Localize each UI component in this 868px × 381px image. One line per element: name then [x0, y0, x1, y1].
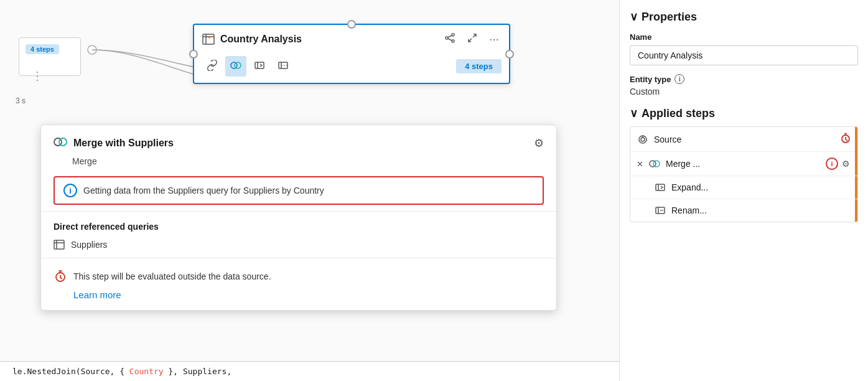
node-toolbar: 4 steps — [194, 54, 509, 83]
entity-type-info-icon: i — [674, 74, 684, 84]
rename-step-label: Renam... — [671, 205, 851, 215]
popup-info-row: i Getting data from the Suppliers query … — [54, 176, 544, 205]
popup-card: Merge with Suppliers ⚙ Merge i Getting d… — [40, 125, 557, 311]
popup-title: Merge with Suppliers — [73, 138, 528, 149]
source-step-label: Source — [654, 134, 835, 144]
popup-ref-item-label: Suppliers — [71, 240, 107, 250]
right-panel: ∨ Properties Name Country Analysis Entit… — [619, 0, 868, 381]
merge-step-actions: i ⚙ — [826, 158, 851, 170]
share-button[interactable] — [442, 31, 458, 47]
svg-point-30 — [641, 138, 645, 141]
svg-point-0 — [88, 45, 96, 54]
merge-info-icon[interactable]: i — [826, 158, 838, 170]
prev-node-step-count: 3 s — [16, 96, 26, 105]
expand-button[interactable] — [464, 31, 480, 47]
popup-header: Merge with Suppliers ⚙ — [41, 125, 556, 156]
step-row-rename: Renam... — [630, 199, 857, 222]
svg-rect-1 — [203, 34, 214, 44]
source-step-actions — [840, 133, 851, 146]
svg-point-7 — [452, 40, 454, 42]
more-options-button[interactable]: ⋯ — [487, 32, 502, 47]
svg-point-20 — [59, 138, 67, 146]
applied-steps-title: ∨ Applied steps — [630, 106, 858, 120]
popup-warning-icon — [54, 270, 67, 283]
popup-gear-button[interactable]: ⚙ — [534, 136, 544, 150]
merge-step-icon — [648, 158, 661, 169]
entity-type-label-text: Entity type — [630, 75, 671, 84]
properties-chevron: ∨ — [630, 10, 638, 24]
node-steps-badge: 4 steps — [456, 59, 502, 73]
node-header: Country Analysis — [194, 25, 509, 54]
svg-point-38 — [653, 161, 660, 167]
svg-rect-21 — [54, 240, 64, 249]
svg-marker-4 — [208, 35, 211, 40]
svg-line-8 — [448, 35, 452, 37]
merge-orange-bar — [855, 152, 857, 176]
step-row-merge: ✕ Merge ... i ⚙ — [630, 152, 857, 176]
expand-step-icon — [654, 182, 666, 193]
applied-steps-chevron: ∨ — [630, 106, 638, 120]
popup-subtitle: Merge — [41, 156, 556, 172]
code-highlight: Country — [124, 367, 168, 376]
merge-x-icon[interactable]: ✕ — [637, 159, 643, 169]
properties-title-label: Properties — [642, 11, 697, 24]
svg-point-6 — [446, 37, 448, 39]
merge-gear-button[interactable]: ⚙ — [841, 158, 851, 170]
name-value-box: Country Analysis — [630, 45, 858, 65]
prev-node-dots: ⋮ — [32, 69, 43, 83]
svg-point-5 — [452, 34, 454, 36]
step-row-expand: Expand... — [630, 176, 857, 199]
svg-line-34 — [846, 139, 847, 141]
rename-orange-bar — [855, 199, 857, 222]
code-suffix: }, Suppliers, — [168, 367, 231, 376]
prev-node-steps-badge: 4 steps — [26, 44, 59, 54]
rename-step-icon — [654, 205, 666, 216]
applied-steps-label: Applied steps — [642, 107, 715, 120]
svg-line-26 — [60, 278, 62, 279]
prev-node: 4 steps ⋮ — [19, 37, 81, 76]
popup-warning-row: This step will be evaluated outside the … — [41, 262, 556, 287]
popup-warning-text: This step will be evaluated outside the … — [73, 271, 271, 281]
suppliers-table-icon — [54, 239, 65, 250]
expand-step-label: Expand... — [671, 182, 851, 192]
source-step-icon — [637, 134, 649, 145]
canvas-area: 4 steps ⋮ 3 s Country Analysis — [0, 0, 619, 381]
svg-point-13 — [235, 62, 241, 68]
step-row-source: Source — [630, 127, 857, 152]
properties-title: ∨ Properties — [630, 10, 858, 24]
connector-dot-right — [505, 50, 514, 59]
connector-dot-left — [189, 50, 198, 59]
svg-point-27 — [60, 271, 62, 273]
entity-type-value: Custom — [630, 87, 858, 96]
popup-info-icon: i — [63, 184, 77, 197]
entity-type-label: Entity type i — [630, 74, 858, 84]
node-title: Country Analysis — [220, 34, 437, 45]
name-label: Name — [630, 32, 858, 42]
popup-section-title: Direct referenced queries — [41, 215, 556, 235]
svg-point-35 — [845, 134, 846, 135]
toolbar-link-button[interactable] — [202, 56, 223, 77]
svg-line-9 — [448, 39, 452, 40]
popup-divider-2 — [41, 258, 556, 258]
node-connector-top — [347, 20, 356, 29]
learn-more-link[interactable]: Learn more — [41, 287, 556, 310]
code-snippet: le.NestedJoin(Source, { Country }, Suppl… — [0, 361, 619, 381]
toolbar-merge-button[interactable] — [225, 56, 246, 77]
toolbar-rename-button[interactable] — [273, 56, 294, 77]
svg-rect-16 — [279, 62, 287, 68]
expand-orange-bar — [855, 176, 857, 199]
popup-merge-icon — [54, 135, 67, 151]
node-actions: ⋯ — [442, 31, 502, 47]
popup-divider — [41, 211, 556, 212]
steps-container: Source ✕ — [630, 126, 858, 222]
source-clock-icon — [840, 133, 851, 146]
popup-ref-item: Suppliers — [41, 235, 556, 254]
merge-step-label: Merge ... — [666, 159, 821, 169]
code-prefix: le.NestedJoin(Source, { — [12, 367, 124, 376]
toolbar-expand-button[interactable] — [249, 56, 270, 77]
node-title-icon — [202, 32, 215, 46]
node-card: Country Analysis — [193, 24, 510, 84]
popup-info-text: Getting data from the Suppliers query fo… — [83, 186, 324, 195]
